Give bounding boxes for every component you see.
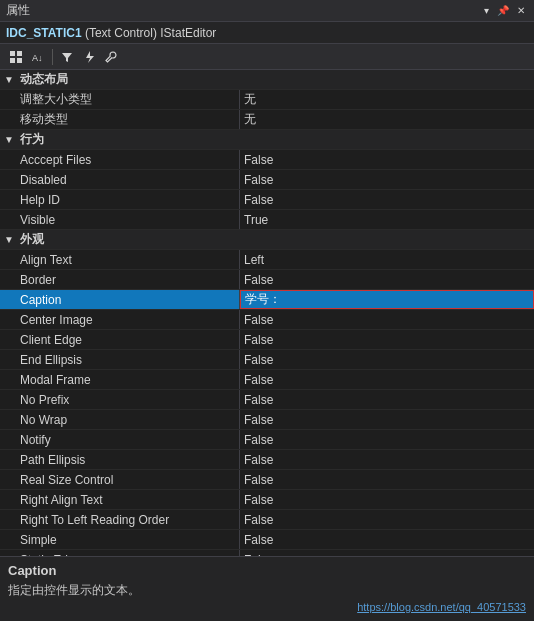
prop-value-cell: False bbox=[240, 510, 534, 529]
bottom-url[interactable]: https://blog.csdn.net/qq_40571533 bbox=[357, 601, 526, 613]
toolbar-sep bbox=[52, 49, 53, 65]
toolbar-wrench-btn[interactable] bbox=[101, 48, 121, 66]
prop-name-cell: Right To Left Reading Order bbox=[0, 510, 240, 529]
prop-name-cell: Modal Frame bbox=[0, 370, 240, 389]
prop-value-cell: Left bbox=[240, 250, 534, 269]
section-expand-icon: ▼ bbox=[4, 74, 16, 85]
control-id: IDC_STATIC1 bbox=[6, 26, 82, 40]
title-bar: 属性 ▾ 📌 ✕ bbox=[0, 0, 534, 22]
bottom-panel: Caption 指定由控件显示的文本。 https://blog.csdn.ne… bbox=[0, 556, 534, 621]
prop-value-cell: False bbox=[240, 530, 534, 549]
svg-rect-1 bbox=[17, 51, 22, 56]
prop-value-cell: False bbox=[240, 410, 534, 429]
table-row[interactable]: NotifyFalse bbox=[0, 430, 534, 450]
table-row[interactable]: Center ImageFalse bbox=[0, 310, 534, 330]
table-row[interactable]: Path EllipsisFalse bbox=[0, 450, 534, 470]
prop-value-cell: False bbox=[240, 490, 534, 509]
prop-value-cell: False bbox=[240, 310, 534, 329]
toolbar-lightning-btn[interactable] bbox=[79, 48, 99, 66]
prop-name-cell: Center Image bbox=[0, 310, 240, 329]
table-row[interactable]: Client EdgeFalse bbox=[0, 330, 534, 350]
section-header-dynamic-layout[interactable]: ▼ 动态布局 bbox=[0, 70, 534, 90]
section-label: 行为 bbox=[20, 131, 44, 148]
table-row[interactable]: BorderFalse bbox=[0, 270, 534, 290]
prop-name-cell: Real Size Control bbox=[0, 470, 240, 489]
table-row[interactable]: Help IDFalse bbox=[0, 190, 534, 210]
prop-name-cell: Simple bbox=[0, 530, 240, 549]
prop-name-cell: Client Edge bbox=[0, 330, 240, 349]
property-header: IDC_STATIC1 (Text Control) IStatEditor bbox=[0, 22, 534, 44]
section-label: 动态布局 bbox=[20, 71, 68, 88]
bottom-prop-name: Caption bbox=[8, 563, 526, 578]
table-row[interactable]: End EllipsisFalse bbox=[0, 350, 534, 370]
prop-name-cell: Disabled bbox=[0, 170, 240, 189]
section-expand-icon: ▼ bbox=[4, 234, 16, 245]
svg-rect-2 bbox=[10, 58, 15, 63]
prop-name-cell: Help ID bbox=[0, 190, 240, 209]
prop-name-cell: Notify bbox=[0, 430, 240, 449]
toolbar: A↓ bbox=[0, 44, 534, 70]
properties-list: ▼ 动态布局 调整大小类型无移动类型无 ▼ 行为 Acccept FilesFa… bbox=[0, 70, 534, 560]
svg-text:A↓: A↓ bbox=[32, 53, 43, 63]
prop-value-cell: 无 bbox=[240, 90, 534, 109]
section-header-behavior[interactable]: ▼ 行为 bbox=[0, 130, 534, 150]
control-type: (Text Control) bbox=[82, 26, 161, 40]
prop-name-cell: Acccept Files bbox=[0, 150, 240, 169]
table-row[interactable]: Real Size ControlFalse bbox=[0, 470, 534, 490]
prop-value-cell: False bbox=[240, 190, 534, 209]
table-row[interactable]: VisibleTrue bbox=[0, 210, 534, 230]
prop-value-cell: False bbox=[240, 450, 534, 469]
toolbar-grid-btn[interactable] bbox=[6, 48, 26, 66]
pin-btn[interactable]: 📌 bbox=[494, 4, 512, 17]
prop-value-cell: 无 bbox=[240, 110, 534, 129]
prop-name-cell: Path Ellipsis bbox=[0, 450, 240, 469]
table-row[interactable]: SimpleFalse bbox=[0, 530, 534, 550]
prop-name-cell: Right Align Text bbox=[0, 490, 240, 509]
table-row[interactable]: Caption学号： bbox=[0, 290, 534, 310]
prop-value-cell: False bbox=[240, 390, 534, 409]
prop-value-cell: False bbox=[240, 330, 534, 349]
prop-name-cell: No Wrap bbox=[0, 410, 240, 429]
svg-rect-0 bbox=[10, 51, 15, 56]
prop-name-cell: Border bbox=[0, 270, 240, 289]
close-btn[interactable]: ✕ bbox=[514, 4, 528, 17]
toolbar-sort-btn[interactable]: A↓ bbox=[28, 48, 48, 66]
table-row[interactable]: Acccept FilesFalse bbox=[0, 150, 534, 170]
prop-value-cell: 学号： bbox=[240, 290, 534, 309]
title-label: 属性 bbox=[6, 2, 30, 19]
table-row[interactable]: Right Align TextFalse bbox=[0, 490, 534, 510]
prop-name-cell: Caption bbox=[0, 290, 240, 309]
section-label: 外观 bbox=[20, 231, 44, 248]
prop-name-cell: Visible bbox=[0, 210, 240, 229]
prop-value-cell: False bbox=[240, 270, 534, 289]
prop-value-cell: False bbox=[240, 150, 534, 169]
table-row[interactable]: 移动类型无 bbox=[0, 110, 534, 130]
table-row[interactable]: No PrefixFalse bbox=[0, 390, 534, 410]
prop-value-cell: False bbox=[240, 170, 534, 189]
prop-value-cell: False bbox=[240, 470, 534, 489]
table-row[interactable]: 调整大小类型无 bbox=[0, 90, 534, 110]
prop-name-cell: Align Text bbox=[0, 250, 240, 269]
svg-rect-3 bbox=[17, 58, 22, 63]
prop-value-cell: True bbox=[240, 210, 534, 229]
section-header-appearance[interactable]: ▼ 外观 bbox=[0, 230, 534, 250]
table-row[interactable]: Modal FrameFalse bbox=[0, 370, 534, 390]
section-expand-icon: ▼ bbox=[4, 134, 16, 145]
prop-name-cell: 调整大小类型 bbox=[0, 90, 240, 109]
table-row[interactable]: No WrapFalse bbox=[0, 410, 534, 430]
table-row[interactable]: Right To Left Reading OrderFalse bbox=[0, 510, 534, 530]
prop-name-cell: End Ellipsis bbox=[0, 350, 240, 369]
editor-name: IStatEditor bbox=[160, 26, 216, 40]
prop-value-cell: False bbox=[240, 430, 534, 449]
table-row[interactable]: DisabledFalse bbox=[0, 170, 534, 190]
float-btn[interactable]: ▾ bbox=[481, 4, 492, 17]
prop-value-cell: False bbox=[240, 370, 534, 389]
bottom-prop-desc: 指定由控件显示的文本。 bbox=[8, 582, 526, 599]
table-row[interactable]: Align TextLeft bbox=[0, 250, 534, 270]
prop-name-cell: No Prefix bbox=[0, 390, 240, 409]
prop-value-cell: False bbox=[240, 350, 534, 369]
prop-name-cell: 移动类型 bbox=[0, 110, 240, 129]
toolbar-filter-btn[interactable] bbox=[57, 48, 77, 66]
